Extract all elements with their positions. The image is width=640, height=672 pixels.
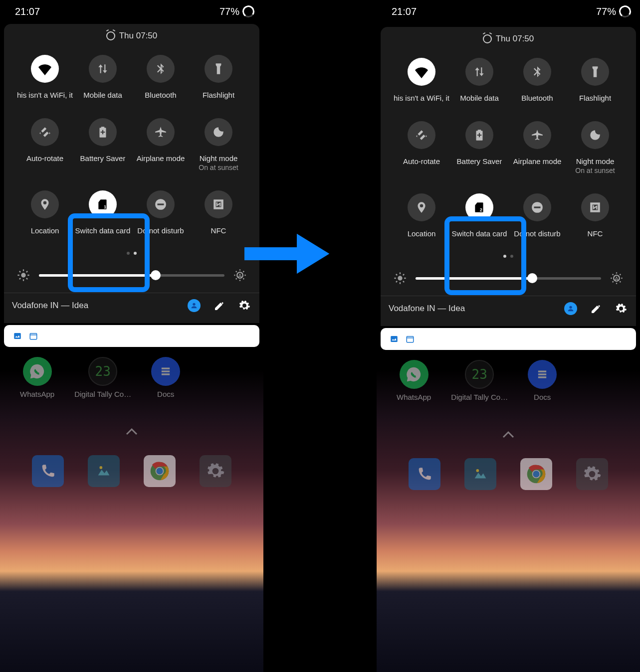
tile-night-mode[interactable]: Night mode On at sunset — [566, 121, 624, 174]
svg-line-10 — [19, 278, 20, 279]
tile-airplane-mode[interactable]: Airplane mode — [132, 118, 190, 171]
tile-location[interactable]: Location — [16, 190, 74, 235]
tile-label: Auto-rotate — [26, 154, 63, 163]
dock-phone[interactable] — [32, 455, 64, 487]
app-label: Digital Tally Co… — [74, 390, 131, 398]
page-indicator — [386, 255, 631, 258]
svg-point-32 — [156, 468, 163, 474]
tile-label: Flashlight — [203, 91, 234, 99]
carrier-label: Vodafone IN — Idea — [12, 301, 88, 311]
svg-line-41 — [396, 274, 397, 275]
tile-battery-saver[interactable]: Battery Saver — [74, 118, 132, 171]
edit-icon[interactable] — [590, 303, 602, 315]
dock-phone[interactable] — [409, 458, 440, 490]
svg-point-22 — [193, 303, 195, 306]
tile-label: NFC — [211, 226, 226, 235]
phone-right: 21:07 77% Thu 07:50 his isn't a WiFi, it… — [377, 0, 640, 672]
svg-rect-24 — [30, 334, 37, 339]
qs-footer: Vodafone IN — Idea — [381, 296, 636, 321]
tile-switch-data-card[interactable]: 2 Switch data card — [450, 193, 508, 238]
tile-wifi[interactable]: his isn't a WiFi, it — [393, 58, 450, 102]
user-icon[interactable] — [564, 302, 577, 315]
dock-chrome[interactable] — [520, 458, 552, 490]
svg-line-18 — [236, 271, 237, 272]
notification-search-bar[interactable] — [381, 328, 636, 350]
tile-mobile-data[interactable]: Mobile data — [74, 55, 132, 99]
tile-nfc[interactable]: NFC — [190, 190, 247, 235]
dock — [377, 443, 640, 505]
dot-1 — [503, 255, 506, 258]
tile-label: Airplane mode — [513, 157, 562, 166]
dock-settings[interactable] — [576, 458, 608, 490]
image-icon — [13, 332, 22, 340]
qs-footer: Vodafone IN — Idea — [4, 293, 259, 318]
svg-point-36 — [398, 276, 402, 280]
tile-wifi[interactable]: his isn't a WiFi, it — [16, 55, 74, 99]
tile-night-mode[interactable]: Night mode On at sunset — [190, 118, 247, 171]
svg-rect-35 — [534, 206, 541, 208]
app-docs[interactable]: Docs — [528, 360, 557, 401]
tile-auto-rotate[interactable]: Auto-rotate — [16, 118, 74, 171]
brightness-slider[interactable] — [416, 277, 601, 280]
dock-settings[interactable] — [200, 455, 231, 487]
tile-do-not-disturb[interactable]: Do not disturb — [132, 190, 190, 235]
app-digital-tally[interactable]: 23 Digital Tally Co… — [451, 360, 508, 401]
tile-nfc[interactable]: NFC — [566, 193, 624, 238]
phone-left: 21:07 77% Thu 07:50 his isn't a WiFi, it — [0, 0, 263, 672]
location-icon — [408, 193, 435, 221]
tile-label: Location — [31, 226, 59, 235]
tile-label: Switch data card — [452, 229, 507, 238]
tile-label: his isn't a WiFi, it — [394, 94, 449, 102]
tile-mobile-data[interactable]: Mobile data — [450, 58, 508, 102]
app-whatsapp[interactable]: WhatsApp — [20, 357, 54, 398]
svg-rect-56 — [391, 336, 398, 342]
tile-flashlight[interactable]: Flashlight — [190, 55, 247, 99]
tile-do-not-disturb[interactable]: Do not disturb — [508, 193, 566, 238]
brightness-low-icon — [16, 268, 31, 283]
app-whatsapp[interactable]: WhatsApp — [397, 360, 431, 401]
tile-bluetooth[interactable]: Bluetooth — [508, 58, 566, 102]
settings-gear-icon[interactable] — [615, 303, 627, 315]
tile-label: Bluetooth — [145, 91, 176, 99]
status-battery-pct: 77% — [219, 6, 239, 17]
dock-chrome[interactable] — [144, 455, 176, 487]
image-icon — [390, 335, 399, 343]
tile-label: Battery Saver — [80, 154, 126, 163]
brightness-low-icon — [393, 271, 408, 286]
dock-photos[interactable] — [464, 458, 496, 490]
mobile-data-icon — [89, 55, 117, 83]
tile-switch-data-card[interactable]: 1 Switch data card — [74, 190, 132, 235]
app-label: Digital Tally Co… — [451, 393, 508, 401]
notification-search-bar[interactable] — [4, 325, 259, 347]
tile-label: his isn't a WiFi, it — [17, 91, 73, 99]
bluetooth-icon — [523, 58, 551, 86]
qs-header: Thu 07:50 — [386, 34, 631, 44]
tile-battery-saver[interactable]: Battery Saver — [450, 121, 508, 174]
tile-location[interactable]: Location — [393, 193, 450, 238]
user-icon[interactable] — [188, 299, 201, 312]
status-time: 21:07 — [392, 6, 417, 17]
svg-point-55 — [569, 306, 572, 309]
nfc-icon — [581, 193, 609, 221]
dock — [0, 440, 263, 502]
brightness-slider-row: A — [393, 271, 624, 286]
app-docs[interactable]: Docs — [151, 357, 180, 398]
svg-line-42 — [403, 281, 404, 282]
brightness-auto-icon[interactable]: A — [609, 271, 624, 286]
tile-airplane-mode[interactable]: Airplane mode — [508, 121, 566, 174]
tile-label: Auto-rotate — [403, 157, 440, 166]
tile-auto-rotate[interactable]: Auto-rotate — [393, 121, 450, 174]
wifi-icon — [31, 55, 59, 83]
edit-icon[interactable] — [213, 300, 225, 312]
brightness-slider[interactable] — [39, 274, 224, 277]
status-battery-pct: 77% — [596, 6, 616, 17]
alarm-icon — [106, 31, 115, 40]
app-drawer-handle[interactable] — [377, 426, 640, 443]
tile-bluetooth[interactable]: Bluetooth — [132, 55, 190, 99]
tile-flashlight[interactable]: Flashlight — [566, 58, 624, 102]
app-drawer-handle[interactable] — [0, 423, 263, 440]
app-digital-tally[interactable]: 23 Digital Tally Co… — [74, 357, 131, 398]
settings-gear-icon[interactable] — [238, 300, 250, 312]
night-mode-icon — [581, 121, 609, 149]
dock-photos[interactable] — [88, 455, 120, 487]
